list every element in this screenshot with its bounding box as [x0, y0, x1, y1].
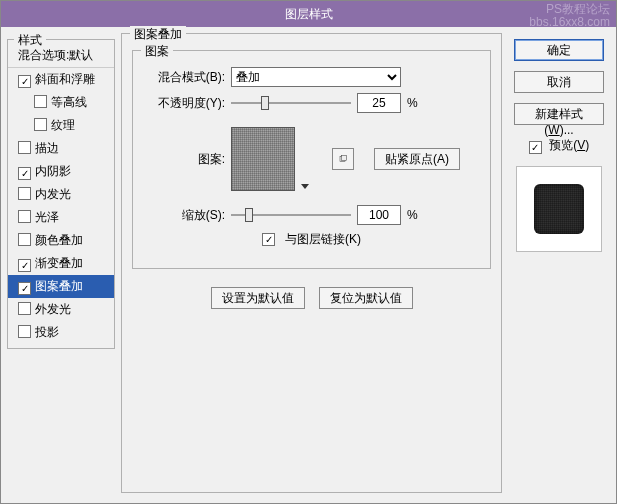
- snap-origin-button[interactable]: 贴紧原点(A): [374, 148, 460, 170]
- style-label: 斜面和浮雕: [35, 72, 95, 86]
- new-style-button[interactable]: 新建样式(W)...: [514, 103, 604, 125]
- style-label: 投影: [35, 325, 59, 339]
- style-checkbox[interactable]: [18, 259, 31, 272]
- style-item-3[interactable]: 描边: [8, 137, 114, 160]
- make-default-button[interactable]: 设置为默认值: [211, 287, 305, 309]
- new-preset-icon-button[interactable]: [332, 148, 354, 170]
- style-label: 内发光: [35, 187, 71, 201]
- styles-list: 混合选项:默认斜面和浮雕等高线纹理描边内阴影内发光光泽颜色叠加渐变叠加图案叠加外…: [8, 44, 114, 344]
- style-checkbox[interactable]: [18, 282, 31, 295]
- style-item-4[interactable]: 内阴影: [8, 160, 114, 183]
- opacity-slider[interactable]: [231, 94, 351, 112]
- blend-mode-label: 混合模式(B):: [141, 69, 225, 86]
- style-item-2[interactable]: 纹理: [8, 114, 114, 137]
- style-item-7[interactable]: 颜色叠加: [8, 229, 114, 252]
- style-checkbox[interactable]: [18, 75, 31, 88]
- scale-label: 缩放(S):: [141, 207, 225, 224]
- style-checkbox[interactable]: [18, 210, 31, 223]
- opacity-input[interactable]: 25: [357, 93, 401, 113]
- opacity-label: 不透明度(Y):: [141, 95, 225, 112]
- style-checkbox[interactable]: [18, 167, 31, 180]
- styles-panel: 样式 混合选项:默认斜面和浮雕等高线纹理描边内阴影内发光光泽颜色叠加渐变叠加图案…: [7, 39, 115, 349]
- style-item-9[interactable]: 图案叠加: [8, 275, 114, 298]
- style-item-1[interactable]: 等高线: [8, 91, 114, 114]
- style-label: 纹理: [51, 118, 75, 132]
- style-item-5[interactable]: 内发光: [8, 183, 114, 206]
- pattern-label: 图案:: [141, 151, 225, 168]
- style-label: 渐变叠加: [35, 256, 83, 270]
- styles-legend: 样式: [14, 32, 46, 49]
- style-checkbox[interactable]: [18, 141, 31, 154]
- window-title: 图层样式: [285, 7, 333, 21]
- link-layer-label: 与图层链接(K): [285, 231, 361, 248]
- scale-input[interactable]: 100: [357, 205, 401, 225]
- ok-button[interactable]: 确定: [514, 39, 604, 61]
- style-item-8[interactable]: 渐变叠加: [8, 252, 114, 275]
- style-checkbox[interactable]: [18, 302, 31, 315]
- style-label: 外发光: [35, 302, 71, 316]
- pattern-swatch[interactable]: [231, 127, 295, 191]
- preview-label: 预览(V): [549, 138, 589, 152]
- preview-checkbox[interactable]: [529, 141, 542, 154]
- titlebar: 图层样式 PS教程论坛 bbs.16xx8.com: [1, 1, 616, 27]
- style-label: 等高线: [51, 95, 87, 109]
- style-item-11[interactable]: 投影: [8, 321, 114, 344]
- blend-mode-select[interactable]: 叠加: [231, 67, 401, 87]
- style-checkbox[interactable]: [34, 95, 47, 108]
- link-layer-checkbox[interactable]: [262, 233, 275, 246]
- scale-slider[interactable]: [231, 206, 351, 224]
- style-item-0[interactable]: 斜面和浮雕: [8, 68, 114, 91]
- style-label: 描边: [35, 141, 59, 155]
- style-item-6[interactable]: 光泽: [8, 206, 114, 229]
- style-label: 光泽: [35, 210, 59, 224]
- svg-rect-1: [342, 156, 347, 161]
- pattern-overlay-panel: 图案叠加 图案 混合模式(B): 叠加 不透明度(Y):: [121, 33, 502, 493]
- watermark: PS教程论坛 bbs.16xx8.com: [529, 3, 610, 29]
- panel-legend: 图案叠加: [130, 26, 186, 43]
- pattern-dropdown-icon[interactable]: [301, 127, 310, 191]
- style-checkbox[interactable]: [34, 118, 47, 131]
- style-label: 内阴影: [35, 164, 71, 178]
- reset-default-button[interactable]: 复位为默认值: [319, 287, 413, 309]
- style-item-10[interactable]: 外发光: [8, 298, 114, 321]
- style-checkbox[interactable]: [18, 325, 31, 338]
- cancel-button[interactable]: 取消: [514, 71, 604, 93]
- style-checkbox[interactable]: [18, 233, 31, 246]
- layer-style-dialog: 图层样式 PS教程论坛 bbs.16xx8.com 样式 混合选项:默认斜面和浮…: [0, 0, 617, 504]
- group-legend: 图案: [141, 43, 173, 60]
- preview-thumbnail: [516, 166, 602, 252]
- style-label: 颜色叠加: [35, 233, 83, 247]
- pattern-group: 图案 混合模式(B): 叠加 不透明度(Y): 25 %: [132, 50, 491, 269]
- style-label: 图案叠加: [35, 279, 83, 293]
- style-checkbox[interactable]: [18, 187, 31, 200]
